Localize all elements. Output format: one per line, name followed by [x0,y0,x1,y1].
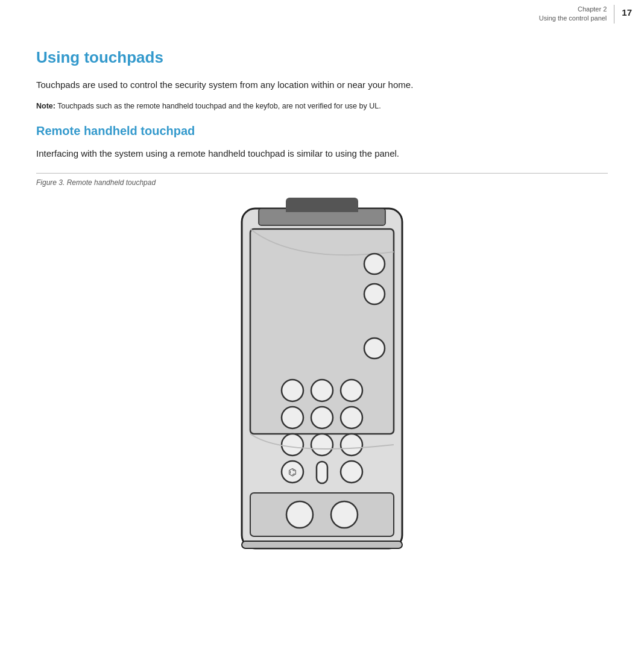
header-divider [614,5,614,24]
page-header: Chapter 2 Using the control panel 17 [451,0,644,24]
note-paragraph: Note: Touchpads such as the remote handh… [36,101,608,112]
svg-point-5 [364,338,385,359]
chapter-subtitle: Using the control panel [539,14,607,23]
main-content: Using touchpads Touchpads are used to co… [0,0,644,583]
svg-rect-19 [250,493,394,536]
subsection-body: Interfacing with the system using a remo… [36,146,608,161]
svg-point-8 [341,380,362,401]
svg-point-21 [331,501,358,528]
svg-point-13 [311,434,333,456]
svg-point-9 [282,407,303,428]
svg-point-12 [282,434,303,456]
svg-text:⌬: ⌬ [288,467,297,477]
svg-rect-17 [317,462,327,483]
svg-point-4 [364,284,385,304]
svg-point-20 [286,501,313,528]
svg-point-6 [282,380,303,401]
svg-point-10 [311,407,333,428]
note-content: Touchpads such as the remote handheld to… [55,102,381,110]
svg-rect-22 [242,541,402,548]
figure-illustration: ⌬ [36,198,608,559]
svg-point-7 [311,380,333,401]
figure-caption-text: Remote handheld touchpad [65,178,156,187]
note-label: Note: [36,102,55,110]
device-diagram: ⌬ [235,198,409,559]
chapter-label: Chapter 2 [539,5,607,14]
svg-point-18 [341,461,362,483]
main-title: Using touchpads [36,48,608,67]
intro-paragraph: Touchpads are used to control the securi… [36,78,608,92]
figure-label: Figure 3. [36,178,65,187]
figure-divider [36,173,608,174]
figure-caption: Figure 3. Remote handheld touchpad [36,178,608,187]
device-top-clip [286,198,358,212]
page-number: 17 [622,5,632,19]
subsection-title: Remote handheld touchpad [36,124,608,138]
svg-point-14 [341,434,362,456]
header-text: Chapter 2 Using the control panel [539,5,607,24]
svg-point-3 [364,254,385,274]
device-svg: ⌬ [235,198,409,559]
svg-point-11 [341,407,362,428]
